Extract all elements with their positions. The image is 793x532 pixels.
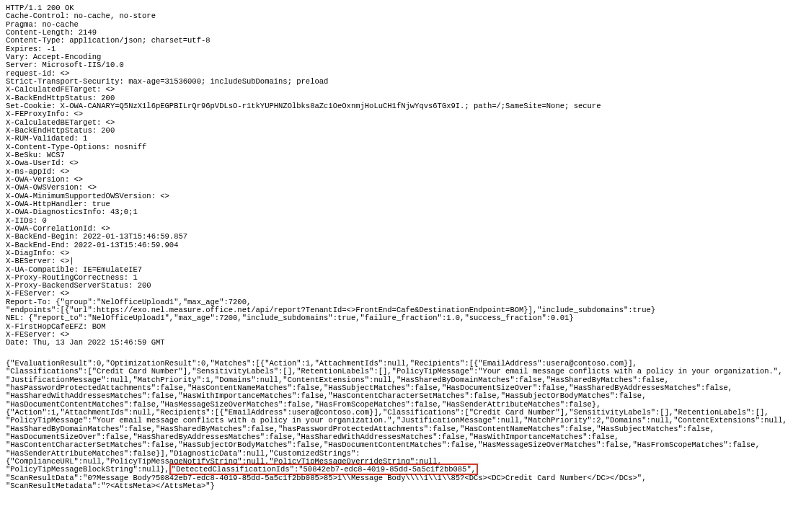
body-pre: {"EvaluationResult":0,"OptimizationResul…	[6, 359, 787, 474]
http-response-output: HTTP/1.1 200 OK Cache-Control: no-cache,…	[6, 4, 787, 490]
status-line: HTTP/1.1 200 OK	[6, 4, 74, 12]
body-post: "ScanResultData":"0?Message Body?50842eb…	[6, 474, 646, 490]
response-headers: Cache-Control: no-cache, no-store Pragma…	[6, 12, 655, 347]
